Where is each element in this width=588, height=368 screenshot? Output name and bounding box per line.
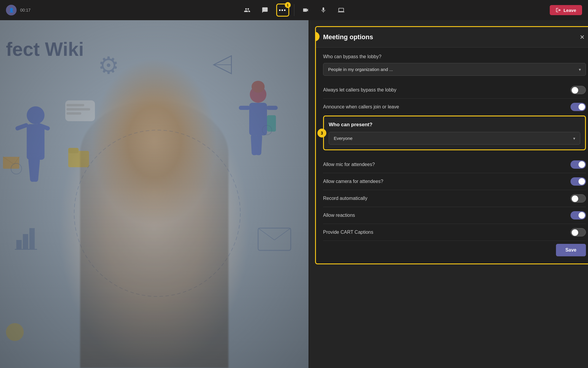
video-area: fect Wiki ⚙ — [0, 20, 309, 368]
meeting-options-title: Meeting options — [323, 33, 373, 41]
announce-track[interactable] — [570, 103, 586, 111]
mic-button[interactable] — [317, 4, 330, 17]
allow-camera-toggle[interactable] — [570, 177, 586, 186]
bypass-lobby-section: Who can bypass the lobby? People in my o… — [323, 53, 586, 76]
cart-captions-row: Provide CART Captions — [323, 224, 586, 241]
allow-camera-track[interactable] — [570, 177, 586, 186]
allow-mic-thumb — [579, 161, 585, 168]
leave-label: Leave — [563, 8, 576, 13]
chat-button[interactable] — [258, 4, 271, 17]
meeting-options-body: Who can bypass the lobby? People in my o… — [316, 48, 588, 263]
who-can-present-value: Everyone — [334, 136, 352, 141]
allow-reactions-row: Allow reactions — [323, 207, 586, 224]
record-auto-thumb — [572, 195, 578, 202]
record-auto-toggle[interactable] — [570, 194, 586, 203]
who-can-present-dropdown[interactable]: Everyone ▾ — [329, 132, 580, 145]
always-let-callers-thumb — [572, 87, 578, 94]
screen-share-button[interactable] — [335, 4, 348, 17]
top-bar-right: Leave — [348, 5, 582, 15]
allow-reactions-toggle[interactable] — [570, 211, 586, 219]
who-can-present-label: Who can present? — [329, 121, 580, 128]
allow-mic-row: Allow mic for attendees? — [323, 156, 586, 173]
more-options-label: ••• — [279, 7, 286, 13]
top-bar: 👤 00:17 ••• 1 Le — [0, 0, 588, 20]
allow-reactions-track[interactable] — [570, 211, 586, 219]
always-let-callers-track[interactable] — [570, 86, 586, 94]
cart-captions-track[interactable] — [570, 228, 586, 236]
who-can-present-section: 3 Who can present? Everyone ▾ — [323, 116, 586, 150]
allow-reactions-thumb — [579, 212, 585, 219]
leave-button[interactable]: Leave — [550, 5, 582, 15]
save-row: Save — [323, 241, 586, 258]
call-timer: 00:17 — [20, 8, 31, 12]
allow-mic-toggle[interactable] — [570, 160, 586, 169]
save-button[interactable]: Save — [556, 244, 586, 256]
allow-mic-label: Allow mic for attendees? — [323, 161, 570, 168]
people-button[interactable] — [241, 4, 254, 17]
meeting-options-header: Meeting options ✕ — [316, 27, 588, 48]
always-let-callers-label: Always let callers bypass the lobby — [323, 87, 570, 93]
bypass-lobby-label: Who can bypass the lobby? — [323, 53, 586, 60]
allow-camera-label: Allow camera for attendees? — [323, 178, 570, 185]
allow-camera-row: Allow camera for attendees? — [323, 173, 586, 190]
allow-mic-track[interactable] — [570, 160, 586, 169]
close-meeting-options-button[interactable]: ✕ — [579, 32, 586, 42]
bypass-lobby-chevron: ▾ — [579, 67, 581, 72]
side-panel: 2 Meeting options ✕ Who can bypass the l… — [309, 20, 588, 368]
meeting-options-panel: 2 Meeting options ✕ Who can bypass the l… — [315, 26, 588, 264]
cart-captions-toggle[interactable] — [570, 228, 586, 236]
who-can-present-chevron: ▾ — [573, 136, 575, 141]
bypass-lobby-dropdown[interactable]: People in my organization and ... ▾ — [323, 63, 586, 76]
announce-thumb — [579, 104, 585, 110]
more-options-badge: 1 — [285, 2, 291, 8]
cart-captions-thumb — [572, 229, 578, 236]
announce-toggle[interactable] — [570, 103, 586, 111]
annotation-badge-3: 3 — [317, 129, 326, 138]
announce-label: Announce when callers join or leave — [323, 104, 570, 110]
allow-camera-thumb — [579, 178, 585, 185]
separator — [294, 4, 294, 16]
always-let-callers-row: Always let callers bypass the lobby — [323, 82, 586, 99]
close-icon: ✕ — [580, 34, 585, 40]
top-bar-left: 👤 00:17 — [6, 5, 241, 15]
cart-captions-label: Provide CART Captions — [323, 229, 570, 236]
allow-reactions-label: Allow reactions — [323, 212, 570, 219]
announce-row: Announce when callers join or leave — [323, 99, 586, 116]
record-auto-row: Record automatically — [323, 190, 586, 207]
more-options-button[interactable]: ••• 1 — [276, 4, 289, 17]
top-bar-controls: ••• 1 — [241, 4, 348, 17]
always-let-callers-toggle[interactable] — [570, 86, 586, 94]
avatar: 👤 — [6, 5, 17, 15]
video-toggle-button[interactable] — [299, 4, 312, 17]
bypass-lobby-value: People in my organization and ... — [328, 67, 393, 72]
video-vignette — [0, 20, 309, 368]
record-auto-label: Record automatically — [323, 195, 570, 202]
record-auto-track[interactable] — [570, 194, 586, 203]
